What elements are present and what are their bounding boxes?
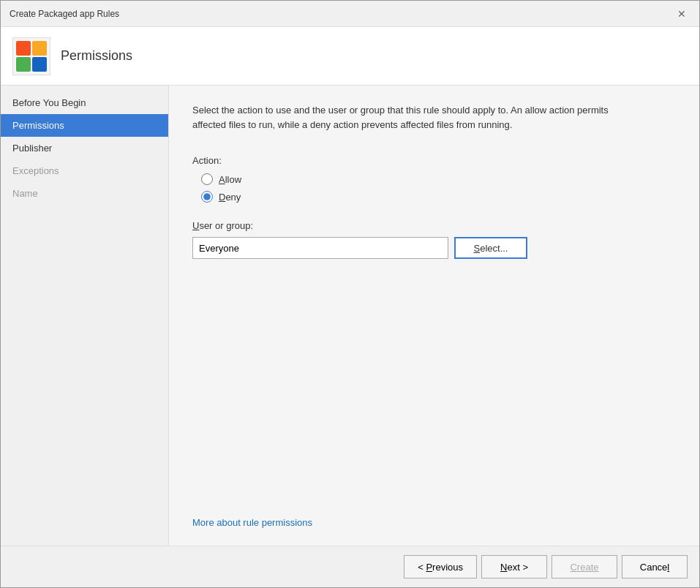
create-button: Create [552,555,617,578]
sidebar-item-publisher[interactable]: Publisher [1,137,168,159]
cancel-underline: l [667,562,669,573]
title-bar: Create Packaged app Rules ✕ [1,1,699,27]
sidebar: Before You Begin Permissions Publisher E… [1,86,169,546]
footer-link-section: More about rule permissions [192,505,676,528]
deny-option[interactable]: Deny [201,191,676,203]
deny-radio[interactable] [201,191,213,203]
sidebar-item-permissions[interactable]: Permissions [1,114,168,137]
bottom-bar: < Previous Next > Create Cancel [1,546,699,587]
allow-option[interactable]: Allow [201,173,676,185]
page-title: Permissions [61,48,132,64]
action-label: Action: [192,155,676,166]
deny-label: Deny [219,192,241,203]
next-button[interactable]: Next > [481,555,547,578]
main-panel: Select the action to use and the user or… [169,86,699,546]
sidebar-item-exceptions: Exceptions [1,159,168,182]
more-about-link[interactable]: More about rule permissions [192,517,312,528]
sidebar-item-before-you-begin[interactable]: Before You Begin [1,91,168,114]
icon-orange [16,41,31,56]
app-icon [12,37,50,75]
allow-radio[interactable] [201,173,213,185]
radio-group: Allow Deny [201,173,676,203]
icon-yellow [32,41,47,56]
window-title: Create Packaged app Rules [10,9,119,19]
close-button[interactable]: ✕ [673,7,690,21]
user-group-input[interactable] [192,237,448,259]
description-text: Select the action to use and the user or… [192,103,617,132]
create-label: Create [570,562,598,573]
user-group-section: User or group: Select... [192,220,676,259]
user-group-row: Select... [192,237,676,259]
icon-blue [32,57,47,72]
allow-underline: A [219,174,225,185]
allow-label: Allow [219,174,241,185]
previous-button[interactable]: < Previous [404,555,477,578]
icon-green [16,57,31,72]
previous-underline: P [426,562,432,573]
header-area: Permissions [1,27,699,86]
select-button[interactable]: Select... [454,237,527,259]
form-section: Action: Allow Deny User or group: [192,155,676,259]
user-underline: U [192,220,199,231]
next-underline: N [500,562,507,573]
deny-underline: D [219,192,225,203]
sidebar-item-name: Name [1,182,168,205]
user-group-label: User or group: [192,220,676,231]
select-underline: S [474,243,481,254]
cancel-button[interactable]: Cancel [622,555,688,578]
content-area: Before You Begin Permissions Publisher E… [1,86,699,546]
main-window: Create Packaged app Rules ✕ Permissions … [0,0,700,588]
